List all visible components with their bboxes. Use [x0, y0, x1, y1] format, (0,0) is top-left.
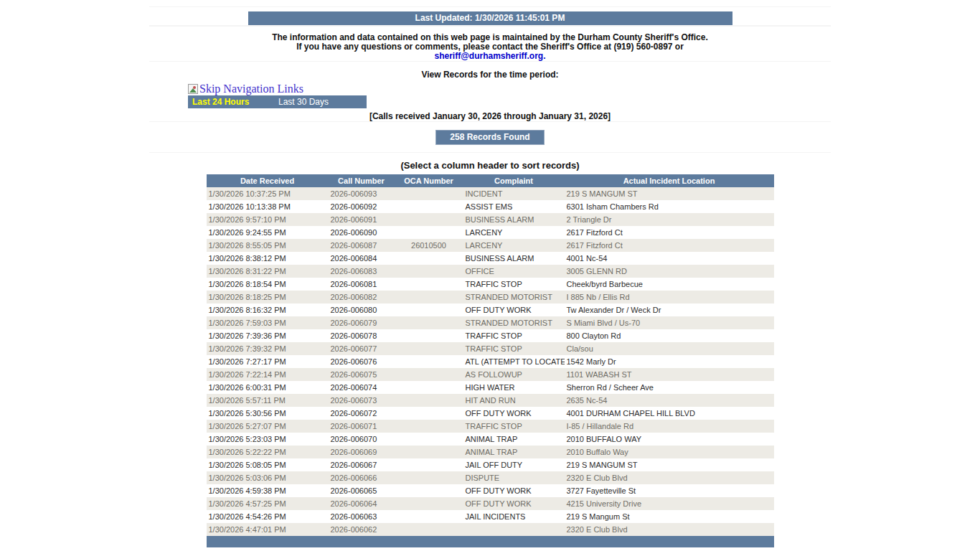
- sort-hint: (Select a column header to sort records): [149, 160, 831, 171]
- cell-oca-number: [395, 523, 463, 536]
- table-header-row: Date Received Call Number OCA Number Com…: [207, 174, 774, 187]
- cell-date-received: 1/30/2026 7:59:03 PM: [207, 316, 329, 329]
- cell-location: 2010 Buffalo Way: [565, 446, 774, 458]
- call-records-table: Date Received Call Number OCA Number Com…: [207, 174, 774, 547]
- divider: [149, 152, 831, 153]
- tab-last-24-hours[interactable]: Last 24 Hours: [188, 97, 277, 107]
- skip-navigation-link[interactable]: Skip Navigation Links: [188, 83, 303, 95]
- cell-call-number: 2026-006083: [329, 265, 395, 278]
- cell-call-number: 2026-006063: [329, 510, 395, 523]
- cell-complaint: LARCENY: [463, 239, 565, 252]
- table-row: 1/30/2026 10:13:38 PM2026-006092ASSIST E…: [207, 200, 774, 213]
- cell-date-received: 1/30/2026 9:24:55 PM: [207, 226, 329, 239]
- column-header-oca-number[interactable]: OCA Number: [395, 174, 463, 187]
- cell-call-number: 2026-006078: [329, 329, 395, 342]
- cell-oca-number: [395, 355, 463, 368]
- column-header-call-number[interactable]: Call Number: [329, 174, 395, 187]
- cell-oca-number: [395, 252, 463, 265]
- cell-complaint: JAIL INCIDENTS: [463, 510, 565, 523]
- cell-call-number: 2026-006077: [329, 342, 395, 355]
- cell-oca-number: [395, 446, 463, 458]
- cell-call-number: 2026-006072: [329, 407, 395, 420]
- divider: [149, 6, 831, 7]
- cell-oca-number: [395, 497, 463, 510]
- cell-date-received: 1/30/2026 4:59:38 PM: [207, 484, 329, 497]
- cell-date-received: 1/30/2026 5:23:03 PM: [207, 433, 329, 446]
- cell-location: 2010 BUFFALO WAY: [565, 433, 774, 446]
- divider: [149, 121, 831, 122]
- cell-date-received: 1/30/2026 8:55:05 PM: [207, 239, 329, 252]
- cell-location: 2 Triangle Dr: [565, 213, 774, 226]
- last-updated-banner: Last Updated: 1/30/2026 11:45:01 PM: [248, 11, 732, 25]
- cell-oca-number: [395, 278, 463, 291]
- cell-call-number: 2026-006082: [329, 291, 395, 303]
- column-header-location[interactable]: Actual Incident Location: [565, 174, 774, 187]
- table-row: 1/30/2026 8:18:54 PM2026-006081TRAFFIC S…: [207, 278, 774, 291]
- cell-date-received: 1/30/2026 7:22:14 PM: [207, 368, 329, 381]
- table-row: 1/30/2026 7:39:32 PM2026-006077TRAFFIC S…: [207, 342, 774, 355]
- cell-complaint: OFF DUTY WORK: [463, 497, 565, 510]
- cell-date-received: 1/30/2026 5:30:56 PM: [207, 407, 329, 420]
- cell-oca-number: [395, 471, 463, 484]
- cell-oca-number: [395, 187, 463, 200]
- cell-location: 2635 Nc-54: [565, 394, 774, 407]
- table-row: 1/30/2026 5:23:03 PM2026-006070ANIMAL TR…: [207, 433, 774, 446]
- skip-navigation-label: Skip Navigation Links: [199, 83, 303, 95]
- cell-oca-number: [395, 329, 463, 342]
- cell-oca-number: [395, 433, 463, 446]
- maintainer-info: The information and data contained on th…: [149, 33, 831, 61]
- cell-complaint: TRAFFIC STOP: [463, 329, 565, 342]
- table-row: 1/30/2026 8:38:12 PM2026-006084BUSINESS …: [207, 252, 774, 265]
- column-header-date-received[interactable]: Date Received: [207, 174, 329, 187]
- cell-complaint: OFF DUTY WORK: [463, 407, 565, 420]
- cell-call-number: 2026-006074: [329, 381, 395, 394]
- records-found-badge: 258 Records Found: [435, 130, 545, 145]
- cell-location: 4215 University Drive: [565, 497, 774, 510]
- divider: [149, 26, 831, 27]
- cell-oca-number: [395, 420, 463, 433]
- cell-call-number: 2026-006084: [329, 252, 395, 265]
- table-row: 1/30/2026 7:22:14 PM2026-006075AS FOLLOW…: [207, 368, 774, 381]
- cell-oca-number: [395, 213, 463, 226]
- cell-date-received: 1/30/2026 7:39:32 PM: [207, 342, 329, 355]
- cell-location: 6301 Isham Chambers Rd: [565, 200, 774, 213]
- cell-location: 2320 E Club Blvd: [565, 471, 774, 484]
- table-row: 1/30/2026 4:47:01 PM2026-0060622320 E Cl…: [207, 523, 774, 536]
- column-header-complaint[interactable]: Complaint: [463, 174, 565, 187]
- cell-complaint: ASSIST EMS: [463, 200, 565, 213]
- cell-date-received: 1/30/2026 4:47:01 PM: [207, 523, 329, 536]
- cell-complaint: TRAFFIC STOP: [463, 342, 565, 355]
- cell-call-number: 2026-006087: [329, 239, 395, 252]
- cell-location: 2320 E Club Blvd: [565, 523, 774, 536]
- cell-oca-number: [395, 265, 463, 278]
- cell-oca-number: [395, 510, 463, 523]
- sheriff-email-link[interactable]: sheriff@durhamsheriff.org.: [434, 51, 545, 61]
- cell-complaint: OFF DUTY WORK: [463, 303, 565, 316]
- cell-complaint: HIT AND RUN: [463, 394, 565, 407]
- cell-complaint: TRAFFIC STOP: [463, 278, 565, 291]
- cell-location: I-85 / Hillandale Rd: [565, 420, 774, 433]
- cell-complaint: TRAFFIC STOP: [463, 420, 565, 433]
- cell-location: 219 S MANGUM ST: [565, 458, 774, 471]
- cell-date-received: 1/30/2026 5:22:22 PM: [207, 446, 329, 458]
- cell-oca-number: [395, 458, 463, 471]
- cell-location: 3727 Fayetteville St: [565, 484, 774, 497]
- table-row: 1/30/2026 8:31:22 PM2026-006083OFFICE300…: [207, 265, 774, 278]
- cell-call-number: 2026-006065: [329, 484, 395, 497]
- cell-oca-number: [395, 407, 463, 420]
- cell-oca-number: [395, 200, 463, 213]
- cell-complaint: ANIMAL TRAP: [463, 446, 565, 458]
- cell-date-received: 1/30/2026 4:54:26 PM: [207, 510, 329, 523]
- table-row: 1/30/2026 9:57:10 PM2026-006091BUSINESS …: [207, 213, 774, 226]
- cell-location: 219 S MANGUM ST: [565, 187, 774, 200]
- cell-call-number: 2026-006069: [329, 446, 395, 458]
- cell-oca-number: [395, 368, 463, 381]
- table-row: 1/30/2026 8:55:05 PM2026-00608726010500L…: [207, 239, 774, 252]
- cell-complaint: ANIMAL TRAP: [463, 433, 565, 446]
- cell-call-number: 2026-006073: [329, 394, 395, 407]
- cell-date-received: 1/30/2026 5:27:07 PM: [207, 420, 329, 433]
- tab-last-30-days[interactable]: Last 30 Days: [277, 97, 366, 107]
- cell-location: Tw Alexander Dr / Weck Dr: [565, 303, 774, 316]
- cell-call-number: 2026-006062: [329, 523, 395, 536]
- cell-location: 4001 DURHAM CHAPEL HILL BLVD: [565, 407, 774, 420]
